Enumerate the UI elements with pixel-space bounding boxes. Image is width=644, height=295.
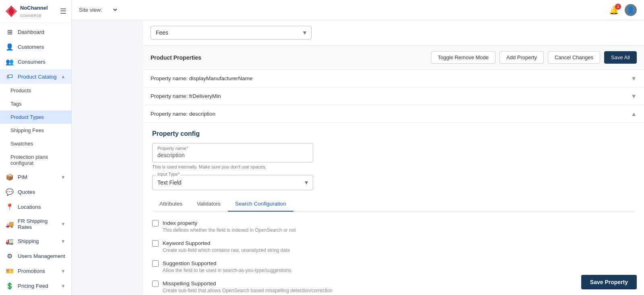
header-buttons: Toggle Remove Mode Add Property Cancel C… (431, 51, 637, 64)
chevron-up-icon: ▲ (61, 74, 66, 79)
sidebar-item-product-types[interactable]: Product Types (0, 110, 71, 124)
sidebar-item-label: Pricing Feed (18, 283, 48, 289)
menu-toggle-icon[interactable]: ☰ (60, 7, 66, 16)
input-type-group: Input Type* Text Field Number Boolean Se… (152, 175, 635, 190)
index-property-description: This defines whether the field is indexe… (163, 227, 296, 233)
logo-icon (5, 5, 18, 18)
index-property-checkbox[interactable] (152, 220, 159, 226)
product-catalog-icon: 🏷 (6, 73, 14, 80)
site-view-dropdown[interactable] (105, 5, 118, 15)
sidebar: NoChannel COMMERCE ☰ ⊞ Dashboard 👤 Custo… (0, 0, 72, 295)
sidebar-item-label: Dashboard (18, 29, 44, 35)
checkbox-row-index-property: Index property This defines whether the … (152, 219, 635, 233)
pim-icon: 📦 (6, 173, 14, 181)
chevron-down-icon: ▼ (61, 283, 66, 289)
keyword-supported-label[interactable]: Keyword Supported (163, 240, 211, 246)
sidebar-item-label: Users Management (18, 253, 65, 259)
avatar-button[interactable]: 👤 (625, 4, 637, 16)
pricing-icon: 💲 (6, 282, 14, 290)
suggestion-supported-checkbox[interactable] (152, 260, 159, 267)
misspelling-supported-label[interactable]: Misspelling Supported (163, 280, 216, 287)
save-all-button[interactable]: Save All (604, 51, 637, 64)
search-configuration-content: Index property This defines whether the … (152, 219, 635, 293)
property-name-input[interactable] (157, 152, 308, 158)
tab-validators[interactable]: Validators (190, 197, 228, 212)
property-row-display-manufacturer[interactable]: Property name: displayManufacturerName ▼ (143, 70, 644, 87)
property-tabs: Attributes Validators Search Configurati… (152, 197, 635, 212)
site-view-label: Site view: (79, 7, 102, 13)
fees-select-wrapper: Fees ▼ (151, 26, 312, 39)
sidebar-item-shipping[interactable]: 🚛 Shipping ▼ (0, 234, 71, 249)
fees-bar: Fees ▼ (143, 20, 644, 46)
sidebar-item-shipping-fees[interactable]: Shipping Fees (0, 124, 71, 137)
chevron-up-icon: ▲ (631, 110, 637, 117)
chevron-down-icon: ▼ (61, 175, 66, 180)
property-expanded-description: Property name: description ▲ Property co… (143, 105, 644, 295)
index-property-label[interactable]: Index property (163, 220, 197, 226)
shipping-icon: 🚛 (6, 237, 14, 245)
locations-icon: 📍 (6, 203, 14, 211)
property-name-label: Property name* (157, 146, 308, 151)
customers-icon: 👤 (6, 43, 14, 51)
notification-badge: 1 (615, 4, 621, 10)
sidebar-item-label: Product Types (10, 114, 44, 120)
input-type-wrapper: Input Type* Text Field Number Boolean Se… (152, 175, 313, 190)
sidebar-item-fr-shipping-rates[interactable]: 🚚 FR Shipping Rates ▼ (0, 214, 71, 234)
sidebar-item-tags[interactable]: Tags (0, 97, 71, 110)
keyword-supported-description: Create sub-field which contains raw, una… (163, 247, 290, 253)
sidebar-item-label: FR Shipping Rates (18, 218, 57, 230)
save-property-bar: Save Property (574, 269, 644, 295)
sidebar-item-label: Shipping Fees (10, 127, 44, 133)
sidebar-item-product-catalog[interactable]: 🏷 Product Catalog ▲ (0, 69, 71, 84)
property-row-name: Property name: frDeliveryMin (151, 93, 631, 99)
add-property-button[interactable]: Add Property (500, 51, 544, 64)
sidebar-item-label: Tags (10, 101, 21, 107)
checkbox-row-suggestion-supported: Suggestion Supported Allow the field to … (152, 260, 635, 273)
suggestion-supported-description: Allow the field to be used in search-as-… (163, 268, 291, 273)
sidebar-item-swatches[interactable]: Swatches (0, 137, 71, 150)
sidebar-item-pim[interactable]: 📦 PIM ▼ (0, 170, 71, 185)
suggestion-supported-label[interactable]: Suggestion Supported (163, 260, 217, 266)
sidebar-item-pricing-feed[interactable]: 💲 Pricing Feed ▼ (0, 278, 71, 293)
property-config-body: Property config Property name* This is u… (143, 123, 644, 295)
sidebar-item-consumers[interactable]: 👥 Consumers (0, 54, 71, 69)
sidebar-item-locations[interactable]: 📍 Locations (0, 199, 71, 214)
sidebar-item-label: Consumers (18, 59, 45, 65)
misspelling-supported-description: Create sub-field that allows OpenSearch … (163, 288, 332, 293)
property-expanded-header[interactable]: Property name: description ▲ (143, 105, 644, 123)
sidebar-item-integration-config[interactable]: 🔗 Integration Config ▼ (0, 293, 71, 295)
keyword-supported-checkbox[interactable] (152, 240, 159, 247)
misspelling-supported-checkbox[interactable] (152, 280, 159, 287)
checkbox-row-misspelling-supported: Misspelling Supported Create sub-field t… (152, 280, 635, 293)
quotes-icon: 💬 (6, 188, 14, 196)
logo-text: NoChannel COMMERCE (20, 4, 48, 19)
sidebar-item-label: Promotions (18, 268, 45, 274)
svg-marker-1 (8, 6, 14, 17)
sidebar-item-protection-plans[interactable]: Protection plans configurat (0, 150, 71, 170)
chevron-down-icon: ▼ (631, 93, 637, 100)
sidebar-item-dashboard[interactable]: ⊞ Dashboard (0, 25, 71, 39)
toggle-remove-mode-button[interactable]: Toggle Remove Mode (431, 51, 495, 64)
sidebar-item-users-management[interactable]: ⚙ Users Management (0, 249, 71, 264)
notification-button[interactable]: 🔔 1 (609, 5, 619, 15)
logo-area: NoChannel COMMERCE ☰ (0, 0, 71, 23)
property-name-group: Property name* This is used internally. … (152, 143, 635, 169)
properties-title: Product Properties (151, 54, 431, 61)
property-row-fr-delivery-min[interactable]: Property name: frDeliveryMin ▼ (143, 87, 644, 105)
dashboard-icon: ⊞ (6, 28, 14, 36)
avatar-icon: 👤 (627, 6, 635, 14)
save-property-button[interactable]: Save Property (581, 275, 637, 289)
sidebar-item-products[interactable]: Products (0, 84, 71, 97)
product-properties-section: Product Properties Toggle Remove Mode Ad… (143, 46, 644, 295)
sidebar-item-quotes[interactable]: 💬 Quotes (0, 185, 71, 199)
sidebar-item-promotions[interactable]: 🎫 Promotions ▼ (0, 264, 71, 278)
sidebar-item-label: Products (10, 87, 31, 93)
input-type-select[interactable]: Text Field Number Boolean Select Multi-S… (152, 175, 313, 190)
cancel-changes-button[interactable]: Cancel Changes (548, 51, 600, 64)
tab-attributes[interactable]: Attributes (152, 197, 190, 212)
fees-select[interactable]: Fees (151, 26, 312, 39)
promotions-icon: 🎫 (6, 267, 14, 275)
sidebar-item-customers[interactable]: 👤 Customers (0, 39, 71, 54)
tab-search-configuration[interactable]: Search Configuration (228, 197, 293, 212)
property-name-hint: This is used internally. Make sure you d… (152, 164, 635, 169)
